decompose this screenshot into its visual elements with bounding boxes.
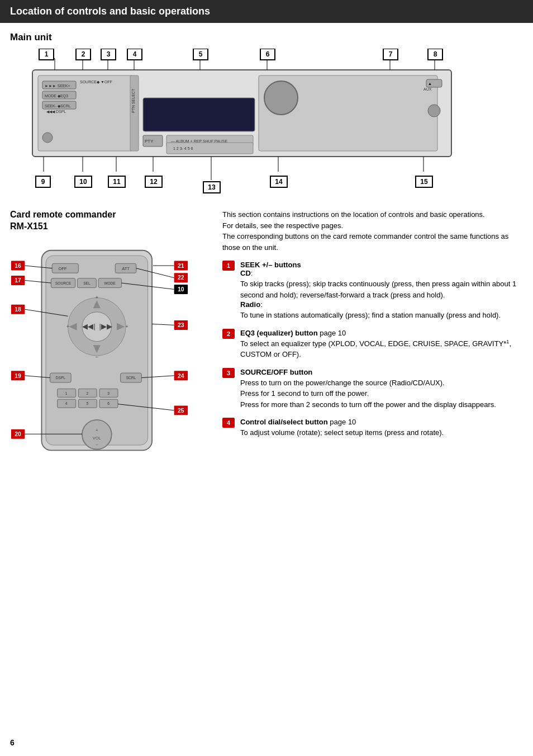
svg-text:–: – [96, 353, 98, 359]
svg-rect-24 [428, 105, 440, 117]
svg-text:◀◀|: ◀◀| [82, 322, 95, 330]
item-2: 2 EQ3 (equalizer) button page 10 To sele… [222, 329, 523, 360]
item-1-subtitle-radio: Radio: [240, 300, 263, 309]
svg-text:11: 11 [113, 178, 121, 186]
svg-text:SCRL: SCRL [126, 376, 136, 380]
item-2-content: EQ3 (equalizer) button page 10 To select… [240, 329, 523, 360]
item-3-badge: 3 [222, 368, 235, 378]
svg-text:+: + [96, 295, 98, 300]
svg-text:MODE: MODE [104, 281, 116, 285]
svg-text:4: 4 [65, 401, 68, 405]
svg-text:SOURCE: SOURCE [55, 281, 72, 285]
item-2-title: EQ3 (equalizer) button [240, 329, 318, 337]
svg-text:SEEK- ◆SCRL: SEEK- ◆SCRL [45, 104, 71, 108]
svg-rect-25 [264, 81, 298, 115]
svg-text:22: 22 [178, 275, 184, 281]
svg-text:8: 8 [434, 50, 437, 58]
right-column: This section contains instructions on th… [222, 209, 523, 475]
item-1: 1 SEEK +/– buttons CD: To skip tracks (p… [222, 261, 523, 321]
svg-text:5: 5 [87, 401, 89, 405]
svg-text:21: 21 [178, 262, 184, 268]
svg-text:24: 24 [178, 372, 184, 379]
svg-text:3: 3 [107, 391, 110, 395]
svg-text:|▶▶: |▶▶ [99, 322, 112, 330]
svg-text:MODE ◆EQ3: MODE ◆EQ3 [45, 94, 68, 98]
svg-text:25: 25 [178, 407, 184, 413]
item-3-content: SOURCE/OFF button Press to turn on the p… [240, 368, 523, 410]
svg-text:13: 13 [208, 183, 216, 191]
svg-text:6: 6 [107, 401, 110, 405]
item-3-body: Press to turn on the power/change the so… [240, 377, 523, 410]
svg-text:1: 1 [45, 50, 49, 58]
svg-text:5: 5 [199, 50, 203, 58]
remote-diagram-container: OFF ATT SOURCE SEL MODE [10, 238, 200, 475]
svg-text:SOURCE◆ ▼OFF: SOURCE◆ ▼OFF [80, 80, 112, 84]
item-3-title: SOURCE/OFF button [240, 368, 312, 376]
item-1-body-radio: To tune in stations automatically (press… [240, 310, 523, 321]
svg-text:►►► SEEK+: ►►► SEEK+ [45, 84, 70, 88]
svg-text:16: 16 [15, 262, 21, 268]
svg-text:2: 2 [87, 391, 89, 395]
svg-text:17: 17 [15, 277, 21, 284]
bottom-section: Card remote commander RM-X151 OFF ATT [10, 209, 523, 475]
svg-text:3: 3 [107, 50, 111, 58]
svg-text:14: 14 [275, 178, 283, 186]
svg-text:◀◀◀ DSPL: ◀◀◀ DSPL [46, 110, 66, 114]
item-4-content: Control dial/select button page 10 To ad… [240, 418, 523, 438]
item-4-badge: 4 [222, 418, 235, 428]
svg-text:1: 1 [65, 391, 68, 395]
main-unit-svg: ►►► SEEK+ MODE ◆EQ3 SEEK- ◆SCRL ◀◀◀ DSPL… [10, 49, 491, 194]
item-4-title: Control dial/select button [240, 418, 328, 426]
item-2-page: page 10 [320, 329, 346, 337]
svg-text:18: 18 [15, 306, 21, 313]
svg-text:10: 10 [79, 178, 87, 186]
item-4: 4 Control dial/select button page 10 To … [222, 418, 523, 438]
item-3: 3 SOURCE/OFF button Press to turn on the… [222, 368, 523, 410]
svg-text:ATT: ATT [122, 266, 130, 271]
svg-text:▲: ▲ [428, 82, 432, 86]
svg-text:+: + [96, 428, 98, 433]
page-header: Location of controls and basic operation… [0, 0, 533, 23]
svg-text:SEL: SEL [83, 281, 91, 285]
svg-text:15: 15 [420, 178, 428, 186]
remote-svg: OFF ATT SOURCE SEL MODE [10, 238, 189, 473]
item-4-page: page 10 [330, 418, 356, 426]
svg-text:10: 10 [178, 286, 184, 292]
svg-text:AUX: AUX [423, 87, 432, 91]
page-number: 6 [10, 738, 15, 747]
svg-text:+: + [125, 324, 128, 329]
item-1-title: SEEK +/– buttons [240, 261, 301, 269]
svg-text:PTN SELECT: PTN SELECT [131, 88, 135, 113]
item-4-body: To adjust volume (rotate); select setup … [240, 427, 523, 438]
svg-text:23: 23 [178, 322, 184, 328]
svg-text:2: 2 [82, 50, 85, 58]
item-2-body: To select an equalizer type (XPLOD, VOCA… [240, 338, 523, 360]
svg-text:4: 4 [133, 50, 137, 58]
item-1-content: SEEK +/– buttons CD: To skip tracks (pre… [240, 261, 523, 321]
svg-text:1     2     3-    4     5     : 1 2 3- 4 5 6 [173, 147, 193, 150]
svg-text:20: 20 [15, 431, 21, 437]
svg-rect-13 [143, 98, 255, 131]
svg-text:12: 12 [150, 178, 158, 186]
svg-rect-9 [42, 133, 53, 143]
left-column: Card remote commander RM-X151 OFF ATT [10, 209, 211, 475]
main-unit-diagram: ►►► SEEK+ MODE ◆EQ3 SEEK- ◆SCRL ◀◀◀ DSPL… [10, 49, 491, 196]
main-unit-title: Main unit [10, 32, 523, 43]
svg-text:VOL: VOL [93, 435, 101, 440]
svg-text:PTY: PTY [145, 139, 154, 144]
header-title: Location of controls and basic operation… [10, 6, 210, 17]
svg-text:6: 6 [266, 50, 270, 58]
item-2-badge: 2 [222, 329, 235, 339]
item-1-badge: 1 [222, 261, 235, 271]
svg-text:19: 19 [15, 372, 21, 379]
svg-text:OFF: OFF [59, 266, 67, 271]
item-1-body-cd: To skip tracks (press); skip tracks cont… [240, 278, 523, 300]
intro-text: This section contains instructions on th… [222, 209, 523, 253]
card-remote-title: Card remote commander RM-X151 [10, 209, 211, 233]
svg-text:7: 7 [389, 50, 393, 58]
svg-text:DSPL: DSPL [56, 376, 66, 380]
svg-text:9: 9 [41, 178, 45, 186]
svg-text:+: + [66, 324, 69, 329]
item-1-subtitle-cd: CD: [240, 269, 253, 277]
svg-line-143 [152, 324, 174, 325]
